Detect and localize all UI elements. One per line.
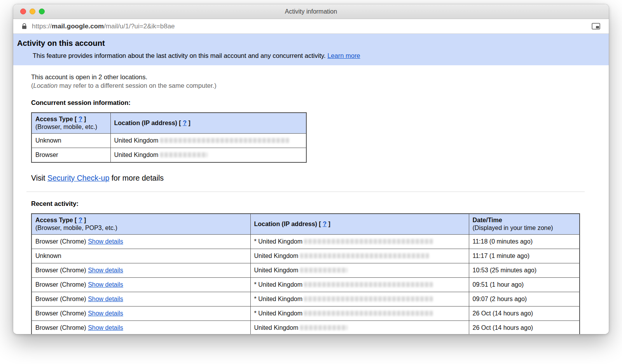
location-text: United Kingdom — [254, 267, 299, 273]
show-details-link[interactable]: Show details — [88, 281, 123, 288]
table-row: Browser (Chrome) Show details United Kin… — [31, 321, 580, 334]
location-help-link[interactable]: ? — [183, 120, 187, 126]
title-bar: Activity information — [13, 4, 609, 19]
access-type-help-link[interactable]: ? — [79, 217, 82, 223]
location-text: United Kingdom — [114, 137, 159, 144]
page-description-text: This feature provides information about … — [33, 52, 326, 59]
table-row: Browser (Chrome) Show details * United K… — [31, 292, 580, 307]
location-text: United Kingdom — [254, 324, 299, 331]
location-label: Location (IP address) [ — [254, 221, 321, 227]
zoom-button[interactable] — [39, 9, 45, 14]
datetime-cell: 10:53 (25 minutes ago) — [469, 263, 580, 278]
datetime-cell: 09:07 (2 hours ago) — [469, 292, 580, 307]
datetime-label: Date/Time — [473, 217, 576, 224]
url-domain: mail.google.com — [52, 23, 104, 30]
concurrent-sessions-table: Access Type [ ? ] (Browser, mobile, etc.… — [31, 112, 307, 163]
minimize-button[interactable] — [30, 9, 35, 14]
location-label: Location (IP address) [ — [114, 120, 181, 126]
window-title: Activity information — [285, 8, 337, 15]
location-cell: * United Kingdom — [250, 307, 469, 321]
locations-note: (Location may refer to a different sessi… — [31, 82, 609, 89]
access-cell: Browser (Chrome) Show details — [31, 321, 250, 334]
page-header: Activity on this account This feature pr… — [13, 34, 609, 65]
location-cell: United Kingdom — [250, 321, 469, 334]
window-controls — [20, 4, 45, 19]
redacted-ip — [304, 282, 433, 287]
location-header: Location (IP address) [ ? ] — [110, 113, 306, 134]
security-checkup-link[interactable]: Security Check-up — [47, 174, 109, 182]
note-italic-word: Location — [33, 82, 58, 89]
location-header: Location (IP address) [ ? ] — [250, 214, 469, 235]
datetime-subtext: (Displayed in your time zone) — [473, 225, 576, 232]
show-details-link[interactable]: Show details — [88, 310, 123, 317]
access-type-header: Access Type [ ? ] (Browser, mobile, POP3… — [31, 214, 250, 235]
access-type-help-link[interactable]: ? — [79, 116, 82, 122]
browser-window: Activity information https://mail.google… — [13, 4, 609, 334]
access-type-subtext: (Browser, mobile, etc.) — [35, 124, 107, 131]
table-header-row: Access Type [ ? ] (Browser, mobile, POP3… — [31, 214, 580, 235]
location-text: United Kingdom — [114, 152, 159, 158]
redacted-ip — [304, 311, 433, 316]
access-text: Browser (Chrome) — [35, 310, 86, 317]
datetime-cell: 11:17 (1 minute ago) — [469, 249, 580, 263]
access-type-close: ] — [84, 116, 86, 122]
access-cell: Browser — [31, 148, 110, 163]
redacted-ip — [300, 268, 348, 273]
redacted-ip — [300, 253, 429, 258]
location-cell: United Kingdom — [250, 249, 469, 263]
access-type-header: Access Type [ ? ] (Browser, mobile, etc.… — [31, 113, 110, 134]
access-cell: Unknown — [31, 249, 250, 263]
table-row: Browser (Chrome) Show details * United K… — [31, 278, 580, 292]
access-text: Browser (Chrome) — [35, 296, 86, 302]
redacted-ip — [160, 138, 289, 143]
access-cell: Browser (Chrome) Show details — [31, 278, 250, 292]
table-header-row: Access Type [ ? ] (Browser, mobile, etc.… — [31, 113, 306, 134]
location-cell: * United Kingdom — [250, 278, 469, 292]
url-scheme: https:// — [32, 23, 52, 30]
datetime-header: Date/Time (Displayed in your time zone) — [469, 214, 580, 235]
recent-activity-heading: Recent activity: — [31, 200, 609, 207]
access-cell: Browser (Chrome) Show details — [31, 235, 250, 249]
redacted-ip — [300, 325, 348, 330]
access-cell: Browser (Chrome) Show details — [31, 263, 250, 278]
access-text: Browser (Chrome) — [35, 324, 86, 331]
location-text: * United Kingdom — [254, 238, 303, 245]
access-type-label: Access Type [ — [35, 116, 77, 122]
url-text[interactable]: https://mail.google.com/mail/u/1/?ui=2&i… — [32, 23, 592, 30]
datetime-cell: 26 Oct (14 hours ago) — [469, 321, 580, 334]
location-help-link[interactable]: ? — [323, 221, 327, 227]
page-description: This feature provides information about … — [33, 52, 609, 59]
address-bar[interactable]: https://mail.google.com/mail/u/1/?ui=2&i… — [13, 19, 609, 34]
access-text: Browser (Chrome) — [35, 267, 86, 273]
location-text: * United Kingdom — [254, 281, 303, 288]
location-text: United Kingdom — [254, 253, 299, 259]
learn-more-link[interactable]: Learn more — [327, 52, 360, 59]
datetime-cell: 09:51 (1 hour ago) — [469, 278, 580, 292]
table-row: Browser (Chrome) Show details United Kin… — [31, 263, 580, 278]
show-details-link[interactable]: Show details — [88, 324, 123, 331]
table-row: Browser (Chrome) Show details * United K… — [31, 235, 580, 249]
show-details-link[interactable]: Show details — [88, 296, 123, 302]
close-button[interactable] — [20, 9, 26, 14]
location-cell: * United Kingdom — [250, 292, 469, 307]
page-content: This account is open in 2 other location… — [13, 73, 609, 334]
show-details-link[interactable]: Show details — [88, 238, 123, 245]
note-rest: may refer to a different session on the … — [58, 82, 217, 89]
locations-summary: This account is open in 2 other location… — [31, 73, 609, 81]
lock-icon — [22, 23, 27, 30]
location-cell: United Kingdom — [250, 263, 469, 278]
access-text: Unknown — [35, 253, 61, 259]
location-close: ] — [188, 120, 190, 126]
picture-in-picture-icon[interactable] — [592, 23, 600, 30]
datetime-cell: 26 Oct (14 hours ago) — [469, 307, 580, 321]
access-cell: Browser (Chrome) Show details — [31, 292, 250, 307]
table-row: Unknown United Kingdom 11:17 (1 minute a… — [31, 249, 580, 263]
section-divider — [26, 192, 585, 192]
location-text: * United Kingdom — [254, 296, 303, 302]
location-text: * United Kingdom — [254, 310, 303, 317]
show-details-link[interactable]: Show details — [88, 267, 123, 273]
table-row: Browser (Chrome) Show details * United K… — [31, 307, 580, 321]
security-checkup-line: Visit Security Check-up for more details — [31, 174, 609, 183]
table-row: Unknown United Kingdom — [31, 134, 306, 148]
access-type-subtext: (Browser, mobile, POP3, etc.) — [35, 225, 247, 232]
